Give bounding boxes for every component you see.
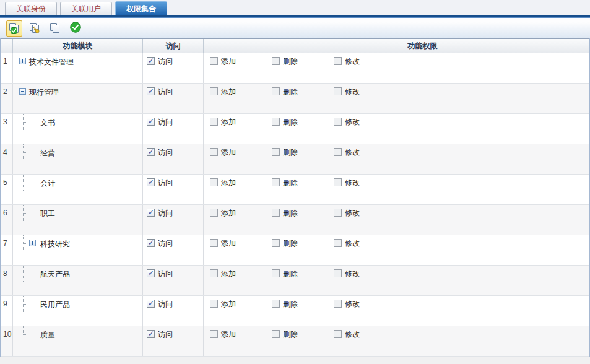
module-label: 会计 (40, 178, 55, 189)
perm-group-add: 添加 (210, 178, 272, 188)
modify-checkbox-label: 修改 (345, 178, 360, 188)
add-checkbox[interactable] (210, 57, 218, 65)
module-label: 职工 (40, 209, 55, 219)
permissions-cell: 添加删除修改 (204, 235, 589, 265)
perm-group-modify: 修改 (334, 87, 396, 97)
access-cell: 访问 (143, 326, 204, 356)
modify-checkbox[interactable] (334, 300, 342, 308)
delete-checkbox[interactable] (272, 239, 280, 247)
expand-icon[interactable] (19, 58, 26, 64)
tab-bar: 关联身份关联用户权限集合 (0, 0, 590, 15)
access-checkbox[interactable] (147, 269, 155, 277)
perm-group-delete: 删除 (272, 87, 334, 97)
table-row: 4经营访问添加删除修改 (1, 144, 589, 175)
perm-group-delete: 删除 (272, 299, 334, 310)
access-cell: 访问 (143, 114, 204, 144)
table-row: 5会计访问添加删除修改 (1, 175, 589, 205)
modify-checkbox-label: 修改 (345, 117, 360, 128)
delete-checkbox[interactable] (272, 269, 280, 277)
modify-checkbox-label: 修改 (345, 208, 360, 219)
column-header-module: 功能模块 (13, 39, 143, 53)
delete-checkbox[interactable] (272, 87, 280, 95)
add-checkbox[interactable] (210, 148, 218, 156)
modify-checkbox-label: 修改 (345, 147, 360, 158)
tab-permission-set[interactable]: 权限集合 (115, 1, 167, 15)
access-checkbox[interactable] (147, 330, 155, 338)
delete-checkbox[interactable] (272, 300, 280, 308)
grant-permissions-button[interactable] (27, 20, 43, 37)
add-checkbox[interactable] (210, 330, 218, 338)
tree-line (23, 183, 28, 183)
add-checkbox[interactable] (210, 239, 218, 247)
perm-group-delete: 删除 (272, 329, 334, 340)
toolbar (0, 18, 590, 38)
add-checkbox[interactable] (210, 178, 218, 186)
access-checkbox-label: 访问 (158, 329, 173, 340)
modify-checkbox[interactable] (334, 239, 342, 247)
confirm-button[interactable] (67, 20, 84, 37)
permissions-cell: 添加删除修改 (204, 53, 589, 83)
column-header-access: 访问 (143, 39, 204, 53)
add-checkbox[interactable] (210, 87, 218, 95)
delete-checkbox[interactable] (272, 178, 280, 186)
modify-checkbox[interactable] (334, 87, 342, 95)
modify-checkbox[interactable] (334, 269, 342, 277)
delete-checkbox-label: 删除 (283, 87, 298, 97)
table-row: 2现行管理访问添加删除修改 (1, 84, 589, 114)
access-cell: 访问 (143, 84, 204, 113)
delete-checkbox[interactable] (272, 330, 280, 338)
modify-checkbox[interactable] (334, 57, 342, 65)
access-checkbox[interactable] (147, 118, 155, 126)
add-checkbox[interactable] (210, 209, 218, 217)
collapse-icon[interactable] (19, 88, 26, 95)
module-label: 技术文件管理 (29, 57, 74, 67)
tree-line (23, 304, 28, 305)
add-checkbox[interactable] (210, 300, 218, 308)
permissions-cell: 添加删除修改 (204, 114, 589, 144)
module-cell: 技术文件管理 (13, 53, 143, 83)
module-cell: 质量 (13, 326, 143, 356)
access-checkbox[interactable] (147, 209, 155, 217)
access-checkbox[interactable] (147, 57, 155, 65)
modify-checkbox[interactable] (334, 148, 342, 156)
table-row: 9民用产品访问添加删除修改 (1, 296, 589, 326)
modify-checkbox-label: 修改 (345, 299, 360, 310)
delete-checkbox[interactable] (272, 118, 280, 126)
module-label: 航天产品 (40, 269, 70, 280)
copy-permissions-button[interactable] (47, 20, 63, 37)
access-checkbox[interactable] (147, 148, 155, 156)
delete-checkbox[interactable] (272, 209, 280, 217)
modify-checkbox[interactable] (334, 178, 342, 186)
add-checkbox[interactable] (210, 269, 218, 277)
modify-checkbox[interactable] (334, 118, 342, 126)
row-number: 6 (1, 205, 13, 235)
perm-group-add: 添加 (210, 269, 272, 279)
expand-icon[interactable] (29, 240, 36, 246)
perm-group-add: 添加 (210, 56, 272, 67)
table-row: 7科技研究访问添加删除修改 (1, 235, 589, 266)
permissions-cell: 添加删除修改 (204, 326, 589, 356)
access-checkbox[interactable] (147, 300, 155, 308)
permissions-cell: 添加删除修改 (204, 266, 589, 295)
modify-checkbox[interactable] (334, 209, 342, 217)
select-all-permissions-button[interactable] (6, 20, 22, 37)
module-label: 经营 (40, 148, 55, 158)
module-label: 质量 (40, 330, 55, 340)
tab-related-user[interactable]: 关联用户 (60, 2, 112, 15)
access-checkbox[interactable] (147, 178, 155, 186)
panel-footer (0, 357, 590, 364)
permissions-cell: 添加删除修改 (204, 296, 589, 326)
modify-checkbox[interactable] (334, 330, 342, 338)
grid-header: 功能模块 访问 功能权限 (1, 38, 589, 53)
add-checkbox[interactable] (210, 118, 218, 126)
delete-checkbox[interactable] (272, 148, 280, 156)
delete-checkbox[interactable] (272, 57, 280, 65)
access-checkbox-label: 访问 (158, 208, 173, 219)
add-checkbox-label: 添加 (221, 178, 236, 188)
add-checkbox-label: 添加 (221, 269, 236, 279)
access-cell: 访问 (143, 235, 204, 265)
perm-group-delete: 删除 (272, 238, 334, 249)
tab-related-identity[interactable]: 关联身份 (5, 2, 57, 15)
access-checkbox[interactable] (147, 239, 155, 247)
access-checkbox[interactable] (147, 87, 155, 95)
